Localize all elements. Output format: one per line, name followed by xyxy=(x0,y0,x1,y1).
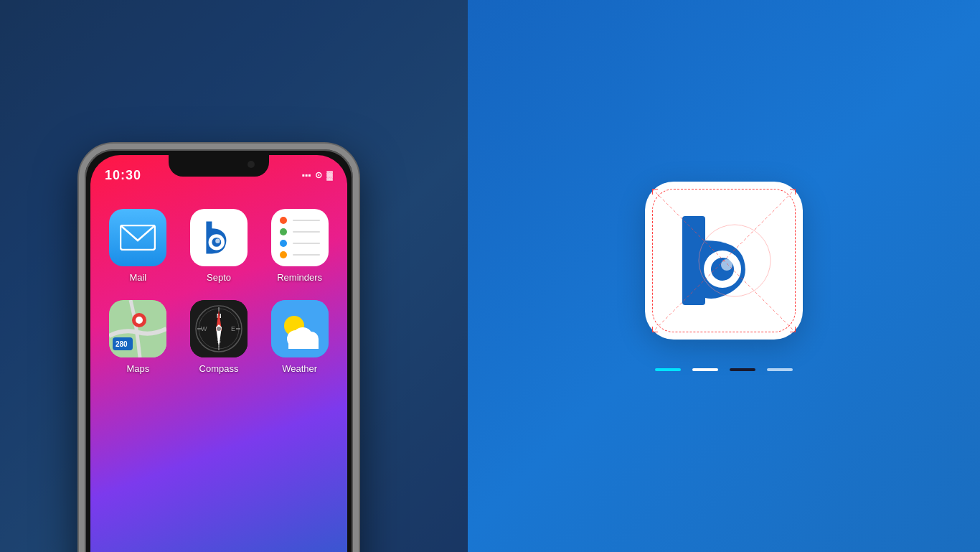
svg-text:W: W xyxy=(201,325,207,332)
maps-icon-svg: 280 xyxy=(109,300,166,357)
reminder-line-1 xyxy=(280,217,320,224)
app-grid: Mail xyxy=(90,195,347,388)
reminder-bar-3 xyxy=(293,243,320,244)
maps-app-icon[interactable]: 280 xyxy=(109,300,166,357)
phone-notch xyxy=(169,155,269,177)
maps-label: Maps xyxy=(126,363,149,374)
reminders-app-icon[interactable] xyxy=(271,209,329,266)
phone-mockup: 10:30 ▪▪▪ ⊙ ▓ xyxy=(79,144,359,552)
svg-point-32 xyxy=(699,225,771,296)
compass-icon-svg: N S W E xyxy=(190,300,248,357)
svg-point-4 xyxy=(215,239,220,243)
reminder-line-2 xyxy=(280,228,320,235)
svg-point-23 xyxy=(217,327,221,331)
pagination-dot-3[interactable] xyxy=(730,368,755,371)
compass-label: Compass xyxy=(199,363,239,374)
compass-app-icon[interactable]: N S W E xyxy=(190,300,248,357)
reminder-bar-2 xyxy=(293,231,320,233)
battery-icon: ▓ xyxy=(326,170,333,180)
reminders-inner xyxy=(271,209,329,266)
pagination-dot-1[interactable] xyxy=(655,368,681,371)
svg-text:E: E xyxy=(231,325,235,332)
reminders-label: Reminders xyxy=(277,272,322,283)
left-panel: 10:30 ▪▪▪ ⊙ ▓ xyxy=(0,0,468,552)
weather-app-icon[interactable] xyxy=(271,300,329,357)
reminder-bar-1 xyxy=(293,220,320,221)
pagination-dot-2[interactable] xyxy=(692,368,718,371)
guide-diagonals xyxy=(652,189,796,332)
pagination-dot-4[interactable] xyxy=(767,368,793,371)
mail-label: Mail xyxy=(129,272,146,283)
septo-icon-svg xyxy=(196,215,242,261)
wifi-icon: ⊙ xyxy=(315,170,322,180)
app-item-maps[interactable]: 280 Maps xyxy=(105,300,171,374)
septo-label: Septo xyxy=(207,272,231,283)
phone-frame: 10:30 ▪▪▪ ⊙ ▓ xyxy=(79,144,359,552)
weather-icon-svg xyxy=(271,300,329,357)
reminder-bar-4 xyxy=(293,254,320,256)
reminder-line-3 xyxy=(280,240,320,247)
reminder-dot-orange xyxy=(280,251,287,258)
signal-icon: ▪▪▪ xyxy=(301,170,311,180)
app-item-mail[interactable]: Mail xyxy=(105,209,171,283)
logo-container xyxy=(645,182,803,340)
reminder-dot-blue xyxy=(280,240,287,247)
app-item-compass[interactable]: N S W E Compass xyxy=(186,300,253,374)
weather-label: Weather xyxy=(282,363,317,374)
pagination-indicator xyxy=(655,368,793,371)
svg-rect-29 xyxy=(288,339,319,349)
reminder-line-4 xyxy=(280,251,320,258)
app-item-weather[interactable]: Weather xyxy=(266,300,333,374)
app-item-septo[interactable]: Septo xyxy=(186,209,253,283)
reminder-dot-green xyxy=(280,228,287,235)
svg-text:280: 280 xyxy=(116,340,128,348)
septo-app-icon[interactable] xyxy=(190,209,248,266)
svg-point-7 xyxy=(136,317,143,324)
app-item-reminders[interactable]: Reminders xyxy=(266,209,333,283)
status-icons: ▪▪▪ ⊙ ▓ xyxy=(301,170,333,180)
right-panel xyxy=(468,0,980,552)
mail-app-icon[interactable] xyxy=(109,209,166,266)
reminder-dot-red xyxy=(280,217,287,224)
clock: 10:30 xyxy=(105,168,141,183)
mail-icon-svg xyxy=(120,225,156,251)
phone-screen: 10:30 ▪▪▪ ⊙ ▓ xyxy=(90,155,347,552)
